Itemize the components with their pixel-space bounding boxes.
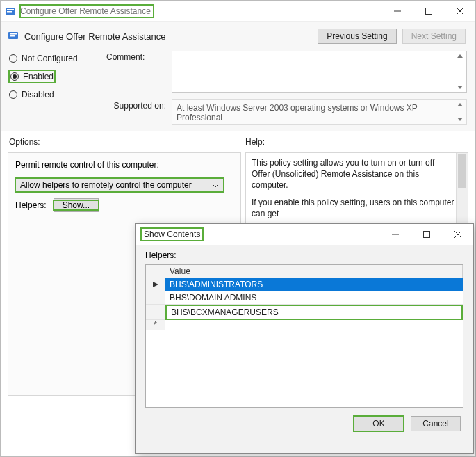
svg-rect-2 (7, 11, 12, 13)
svg-rect-9 (10, 35, 15, 37)
supported-on-box: At least Windows Server 2003 operating s… (172, 99, 467, 125)
table-row[interactable]: BHS\DOMAIN ADMINS (146, 291, 463, 305)
close-button[interactable] (444, 1, 475, 21)
new-row-icon: * (146, 320, 165, 330)
maximize-button[interactable] (413, 1, 444, 21)
dialog-close-button[interactable] (442, 225, 473, 244)
header-row: Configure Offer Remote Assistance Previo… (1, 22, 475, 47)
helpers-grid[interactable]: Value BHS\ADMINISTRATORS BHS\DOMAIN ADMI… (145, 264, 463, 408)
top-section: Not Configured Enabled Disabled Comment: (1, 47, 475, 131)
permit-label: Permit remote control of this computer: (15, 160, 233, 170)
permit-select-value: Allow helpers to remotely control the co… (20, 180, 192, 190)
scroll-up-icon (457, 54, 463, 58)
options-label: Options: (9, 137, 245, 147)
grid-corner (146, 265, 165, 278)
scrollbar[interactable] (454, 52, 466, 91)
table-row-new[interactable]: * (146, 320, 463, 330)
table-row[interactable]: BHS\ADMINISTRATORS (146, 278, 463, 291)
dialog-maximize-button[interactable] (411, 225, 442, 244)
permit-select[interactable]: Allow helpers to remotely control the co… (15, 178, 224, 192)
grid-empty-area (146, 330, 463, 407)
grid-cell-new[interactable] (165, 320, 463, 330)
scroll-down-icon (457, 86, 463, 89)
table-row[interactable]: BHS\BCXMANAGERUSERS (146, 305, 463, 320)
row-header (146, 305, 165, 320)
help-text: This policy setting allows you to turn o… (252, 157, 455, 191)
ok-button[interactable]: OK (354, 416, 404, 431)
scroll-up-icon (457, 103, 463, 106)
svg-rect-4 (425, 8, 432, 14)
supported-on-label: Supported on: (106, 99, 166, 125)
scroll-thumb[interactable] (458, 154, 466, 188)
state-radios: Not Configured Enabled Disabled (9, 51, 99, 125)
scrollbar[interactable] (454, 101, 466, 123)
radio-label: Disabled (22, 90, 54, 99)
window-title: Configure Offer Remote Assistance (20, 6, 151, 16)
help-text: If you enable this policy setting, users… (252, 197, 455, 219)
supported-on-value: At least Windows Server 2003 operating s… (177, 103, 418, 122)
policy-title: Configure Offer Remote Assistance (24, 31, 318, 42)
next-setting-button: Next Setting (402, 29, 466, 44)
row-indicator-icon (146, 278, 165, 291)
row-header (146, 291, 165, 305)
radio-icon (9, 90, 17, 99)
show-contents-dialog: Show Contents Helpers: Value BHS\ADMINIS… (135, 223, 474, 454)
help-label: Help: (245, 137, 467, 147)
helpers-label: Helpers: (15, 200, 47, 210)
svg-rect-8 (10, 33, 17, 35)
grid-cell[interactable]: BHS\DOMAIN ADMINS (165, 291, 463, 305)
svg-rect-11 (423, 232, 429, 238)
dialog-minimize-button[interactable] (379, 225, 411, 244)
comment-textarea[interactable] (172, 51, 467, 93)
cancel-button[interactable]: Cancel (411, 416, 461, 431)
svg-marker-14 (153, 282, 158, 287)
radio-disabled[interactable]: Disabled (9, 90, 99, 99)
dialog-titlebar: Show Contents (136, 224, 473, 245)
radio-enabled[interactable]: Enabled (10, 72, 54, 81)
titlebar: Configure Offer Remote Assistance (1, 1, 475, 22)
minimize-button[interactable] (381, 1, 413, 21)
radio-icon (9, 54, 17, 63)
chevron-down-icon (212, 180, 219, 190)
show-helpers-button[interactable]: Show... (54, 198, 99, 212)
helpers-list-label: Helpers: (145, 250, 463, 260)
radio-not-configured[interactable]: Not Configured (9, 54, 99, 63)
policy-icon (5, 6, 16, 17)
previous-setting-button[interactable]: Previous Setting (318, 29, 396, 44)
svg-rect-1 (7, 9, 14, 10)
scroll-down-icon (457, 118, 463, 121)
radio-label: Not Configured (22, 54, 78, 63)
grid-cell[interactable]: BHS\BCXMANAGERUSERS (165, 305, 463, 320)
grid-cell[interactable]: BHS\ADMINISTRATORS (165, 278, 463, 291)
comment-label: Comment: (106, 51, 166, 93)
grid-column-value[interactable]: Value (165, 265, 463, 278)
dialog-title: Show Contents (144, 230, 200, 239)
policy-icon (8, 30, 19, 43)
radio-icon (10, 72, 19, 81)
radio-label: Enabled (23, 72, 54, 81)
